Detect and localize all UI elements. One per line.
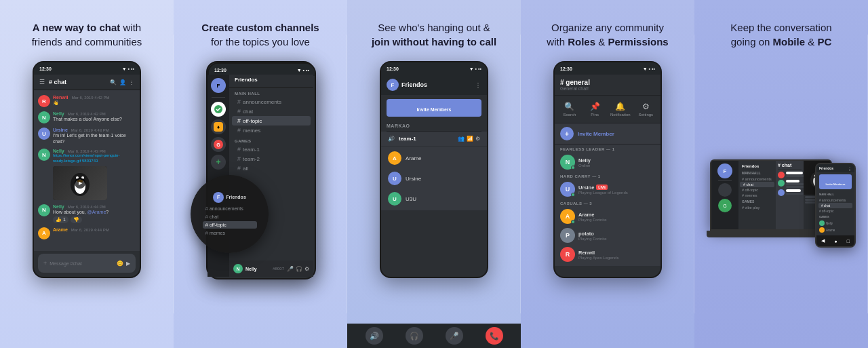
msg-time: Mar 6, 2019 4:44 PM [68,205,106,209]
add-server-icon[interactable]: + [211,155,226,170]
headline-2: Create custom channels for the topics yo… [201,20,319,49]
more-icon: ⋮ [129,79,134,85]
msg-author: Nelly Mar 6, 2019 4:43 PM [53,149,136,153]
member-status-arame: Playing Fortnite [578,218,607,222]
laptop-msg-text-2 [786,183,804,185]
msg-content: Nelly Mar 6, 2019 4:43 PM https://tenor.… [53,149,136,200]
member-info-nelly: Nelly Online [578,157,591,168]
table-row: R Renwil Mar 6, 2019 4:42 PM 👋 [34,93,140,109]
member-name-row-ursine: Ursine LIVE [578,185,628,191]
channel-item-team2[interactable]: # team-2 [232,154,311,163]
settings-action[interactable]: ⚙ Settings [634,100,658,119]
user-name: Nelly [245,267,270,271]
member-ursine: U Ursine LIVE Playing League of Legends [555,180,660,199]
channel-item-team1[interactable]: # team-1 [232,144,311,154]
overlay-ch-1: # announcements [203,205,257,212]
status-time-4: 12:30 [560,66,572,71]
server-icon-3: ♦ [211,119,226,134]
reaction-thumbsdown: 👎 [71,216,82,223]
notification-action[interactable]: 🔔 Notification [608,100,633,119]
msg-text: 👋 [53,100,136,106]
voice-channel-row[interactable]: 🔊 team-1 👥 📶 ⚙ [381,132,487,147]
headline-3-bold: join without having to call [372,36,496,47]
msg-text: How about you, @Arame? [53,209,136,215]
send-icon: ▶ [126,260,130,267]
person-icon: 👤 [119,79,126,85]
headline-4-mid: & [598,36,608,47]
table-row: N Nelly Mar 6, 2019 4:42 PM That makes a… [34,109,140,125]
avatar: N [38,149,50,161]
member-status-renwil: Playing Apex Legends [578,256,618,260]
pins-icon: 📌 [590,102,600,111]
invite-members-btn[interactable]: Invite Members [387,99,481,117]
voice-member-1: A Arame [381,148,487,168]
laptop-ch-memes: # memes [738,193,776,198]
voice-member-name-3: U3U [406,196,416,202]
search-icon: 🔍 [110,79,117,85]
voice-members-list: A Arame U Ursine U U3U [381,147,487,210]
chat-header: ☰ # chat 🔍 👤 ⋮ [34,75,140,90]
search-label: Search [563,113,576,117]
phone-r-header: Friendos ⋮ [816,164,854,172]
msg-author: Nelly Mar 6, 2019 4:44 PM [53,204,136,209]
settings-icon: ⚙ [304,266,309,272]
phone-r-nav-home: ● [834,239,837,244]
emoji-icon: 😊 [117,260,123,267]
chat-input-bar[interactable]: + Message #chat 😊 ▶ [38,254,136,273]
status-arame [571,220,575,224]
laptop-msg-content-3 [786,189,804,196]
member-nelly: N Nelly Online [555,153,660,172]
laptop-msg-content-1 [786,172,804,178]
hash-icon-2: # [821,204,823,208]
laptop-msg-2 [778,180,802,188]
channel-item-offtopic[interactable]: # off-topic [232,116,311,125]
laptop-msg-text-3 [786,193,804,195]
overlay-item-1: F Friendos [213,192,246,203]
laptop-msg-text-1 [786,175,804,177]
laptop-avatar-2 [778,180,785,187]
phone-r-invite-btn[interactable]: Invite Members [819,174,852,189]
channel-name: # chat [49,79,106,85]
voice-member-name-2: Ursine [406,176,421,182]
voice-member-2: U Ursine [381,168,487,189]
invite-member-row[interactable]: + Invite Member [555,123,660,144]
avatar: A [38,227,50,239]
headline-1-bold: A new way to chat [33,22,120,33]
channel-item-announcements[interactable]: # announcements [232,97,311,107]
role-category-hard: HARD CARRY — 1 [555,172,660,180]
search-action[interactable]: 🔍 Search [557,100,581,119]
server-avatar: F [387,79,399,91]
status-time-3: 12:30 [387,66,399,71]
laptop-msg-author-2 [786,180,800,182]
server-icon-4: G [211,137,226,152]
channel-item-all[interactable]: # all [232,163,311,173]
phone-r-cat: MAIN HALL [816,191,854,197]
member-info-arame: Arame Playing Fortnite [578,212,607,222]
laptop-sidebar: F G [711,161,738,229]
channel-item-memes[interactable]: # memes [232,125,311,135]
msg-author: Arame Mar 6, 2019 4:44 PM [53,227,136,232]
phone-mockup-4: 12:30 ▼ ▪ ▪▪ # general General chat! 🔍 S… [553,61,662,278]
table-row: A Arame Mar 6, 2019 4:44 PM [34,225,140,241]
avatar: U [38,128,50,140]
overlay-circle: F Friendos # announcements # chat # off-… [191,175,269,253]
headline-5: Keep the conversationgoing on Mobile & P… [730,20,831,49]
phone-r-name-1: Nelly [826,222,833,225]
section-channels: Create custom channels for the topics yo… [174,0,347,348]
avatar: R [38,95,50,107]
laptop-avatar-1 [778,172,785,178]
laptop-chat-area: # chat [776,161,804,229]
headline-3: See who's hanging out & join without hav… [372,20,496,49]
member-info-ursine: Ursine LIVE Playing League of Legends [578,185,628,195]
avatar-arame: A [560,209,575,224]
pins-action[interactable]: 📌 Pins [583,100,606,119]
channel-item-chat[interactable]: # chat [232,107,311,116]
laptop-server-3: G [718,199,732,212]
phone-r-ch2: # chat [818,203,852,208]
laptop-cat-2: GAMES [738,198,776,205]
chat-input: Message #chat [50,261,114,266]
pins-label: Pins [591,113,599,117]
laptop-cat-1: MAIN HALL [738,170,776,176]
table-row: U Ursine Mar 6, 2019 4:43 PM I'm in! Let… [34,125,140,147]
play-button[interactable]: ▶ [75,178,85,189]
